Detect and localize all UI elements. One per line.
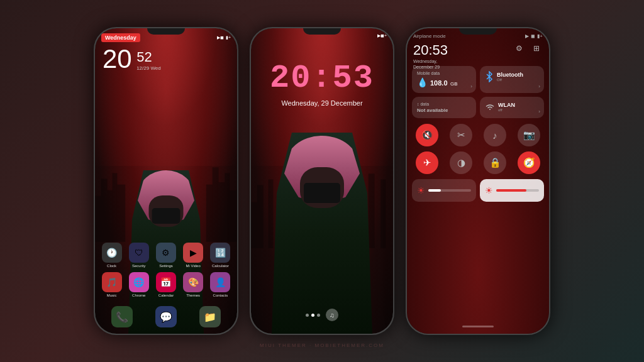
app-security[interactable]: 🛡 Security: [127, 243, 150, 268]
clock-min: 52: [136, 49, 161, 65]
cc-water-icon: 💧: [417, 77, 428, 87]
svg-rect-14: [380, 180, 386, 248]
cc-btn-mute[interactable]: 🔇: [416, 124, 438, 146]
phone-control-center: Airplane mode ▶ ◼ ▮+ 20:53 Wednesday, De…: [406, 27, 550, 335]
cc-mobile-data-label: Mobile data: [417, 71, 471, 75]
cc-edit-icon[interactable]: ⊞: [530, 42, 543, 55]
app-clock[interactable]: 🕐 Clock: [100, 243, 123, 268]
cc-btn-screenshot[interactable]: ✂: [450, 124, 472, 146]
app-chrome[interactable]: 🌐 Chrome: [127, 272, 150, 297]
cc-wifi-icon: ◼: [531, 33, 535, 39]
home-indicator: [462, 326, 494, 327]
cc-wlan-status: off: [498, 108, 515, 112]
music-pill: ♫: [326, 309, 338, 321]
cc-signal-icon: ▶: [525, 33, 529, 39]
cc-data-usage-label: ↕ data: [417, 102, 471, 106]
brightness-low-icon: ☀: [417, 185, 425, 195]
lock-date: Wednesday, 29 December: [251, 99, 393, 107]
lock-clock: 20:53 Wednesday, 29 December: [251, 60, 393, 107]
cc-btn-camera[interactable]: 📷: [518, 124, 540, 146]
cc-time: 20:53: [413, 42, 448, 58]
cc-wlan-arrow: ›: [538, 109, 540, 114]
lock-status-bar: ▶◼+: [257, 33, 387, 38]
lock-time: 20:53: [251, 60, 393, 97]
brightness-high-icon: ☀: [485, 185, 493, 195]
svg-rect-3: [113, 173, 118, 242]
app-themes[interactable]: 🎨 Themes: [182, 272, 205, 297]
cc-buttons-row2: ✈ ◑ 🔒 🧭: [412, 151, 544, 174]
home-clock: 20 52 12/29 Wed: [103, 46, 161, 72]
cc-sliders: ☀ ☀: [412, 179, 544, 202]
watermark: MIUI THEMER · MOBIETHEMER.COM: [260, 343, 384, 348]
cc-btn-airplane[interactable]: ✈: [416, 151, 438, 174]
dock-phone[interactable]: 📞: [111, 306, 133, 327]
cc-data-unavailable: Not available: [417, 107, 471, 113]
app-calculator[interactable]: 🔢 Calculator: [209, 243, 232, 268]
cc-slider-brightness-low[interactable]: ☀: [412, 179, 476, 202]
battery-icon: ▮+: [226, 35, 231, 40]
svg-rect-11: [257, 185, 264, 248]
cc-mobile-data-unit: GB: [450, 81, 458, 87]
svg-rect-9: [228, 190, 237, 242]
app-grid-row2: 🎵 Music 🌐 Chrome 📅 Calendar 🎨 Themes 👤 C…: [100, 272, 232, 297]
brightness-low-bar: [428, 189, 471, 192]
cc-status-right: ▶ ◼ ▮+: [525, 33, 543, 39]
dot-3: [317, 314, 320, 317]
cc-tile-wlan[interactable]: WLAN off ›: [480, 97, 544, 118]
dot-2: [311, 314, 314, 317]
cc-battery-icon: ▮+: [537, 33, 543, 39]
signal-icon: ▶◼: [217, 35, 224, 40]
bluetooth-icon: [485, 71, 494, 82]
cc-tile-mobile-data[interactable]: Mobile data 💧 108.0 GB ›: [412, 66, 476, 93]
cc-bluetooth-label: Bluetooth: [497, 72, 523, 78]
phone-home: Wednesday ▶◼ ▮+ 20 52 12/29 Wed 🕐 Clock …: [94, 27, 238, 335]
cc-btn-location[interactable]: 🧭: [518, 151, 540, 174]
cc-tiles: Mobile data 💧 108.0 GB › Bl: [412, 66, 544, 118]
lock-signal-icon: ▶◼+: [377, 33, 387, 38]
dock-files[interactable]: 📁: [199, 306, 221, 327]
dot-1: [306, 314, 309, 317]
airplane-mode-label: Airplane mode: [413, 33, 446, 39]
cc-slider-brightness-high[interactable]: ☀: [480, 179, 544, 202]
lock-status-icons: ▶◼+: [377, 33, 387, 38]
app-mi-video[interactable]: ▶ Mi Video: [182, 243, 205, 268]
cc-top-icons: ⚙ ⊞: [513, 42, 543, 55]
app-calendar[interactable]: 📅 Calendar: [154, 272, 177, 297]
wifi-icon: [485, 103, 495, 111]
status-bar: Wednesday ▶◼ ▮+: [101, 33, 231, 42]
dock-messages[interactable]: 💬: [155, 306, 177, 327]
cc-settings-icon[interactable]: ⚙: [513, 42, 525, 55]
app-grid: 🕐 Clock 🛡 Security ⚙ Settings ▶ Mi Video…: [100, 243, 232, 268]
app-settings[interactable]: ⚙ Settings: [154, 243, 177, 268]
cc-bluetooth-arrow: ›: [538, 84, 540, 89]
cc-buttons-row1: 🔇 ✂ ♪ 📷: [412, 124, 544, 146]
cc-wlan-label: WLAN: [498, 102, 515, 108]
cc-bluetooth-status: Off: [497, 78, 523, 82]
app-contacts[interactable]: 👤 Contacts: [209, 272, 232, 297]
cc-tile-bluetooth[interactable]: Bluetooth Off ›: [480, 66, 544, 93]
dock: 📞 💬 📁: [100, 306, 232, 327]
cc-btn-reader[interactable]: ◑: [450, 151, 472, 174]
lock-bottom: ♫: [251, 309, 393, 321]
page-dots: ♫: [306, 309, 338, 321]
cc-mobile-data-value: 108.0: [430, 79, 448, 87]
date-badge: Wednesday: [101, 33, 140, 42]
status-icons: ▶◼ ▮+: [217, 35, 231, 40]
cc-tile-data-usage[interactable]: ↕ data Not available: [412, 97, 476, 118]
brightness-high-bar: [496, 189, 539, 192]
cc-mobile-data-arrow: ›: [470, 84, 472, 89]
clock-hour: 20: [103, 46, 132, 72]
cc-date-line1: Wednesday,: [413, 58, 448, 64]
cc-btn-lock-rotation[interactable]: 🔒: [484, 151, 506, 174]
clock-date: 12/29 Wed: [136, 65, 161, 71]
app-music[interactable]: 🎵 Music: [100, 272, 123, 297]
cc-header: Airplane mode ▶ ◼ ▮+: [413, 33, 543, 39]
phone-lock: ▶◼+ 20:53 Wednesday, 29 December ♫: [250, 27, 394, 335]
cc-btn-music[interactable]: ♪: [484, 124, 506, 146]
